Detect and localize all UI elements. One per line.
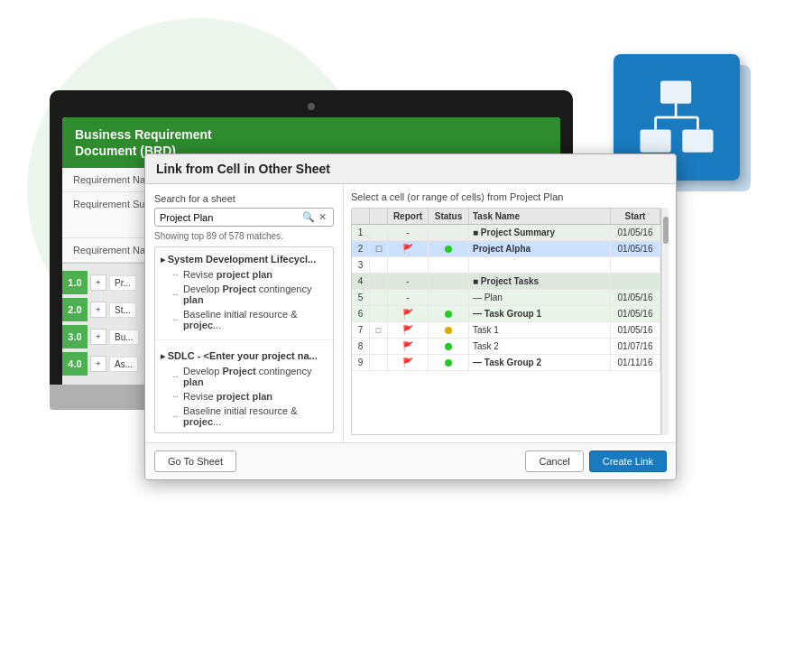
search-input[interactable] <box>160 212 300 223</box>
cancel-button[interactable]: Cancel <box>525 450 583 472</box>
svg-rect-0 <box>660 81 691 104</box>
flow-icon <box>636 77 717 158</box>
svg-rect-1 <box>641 130 671 153</box>
sheet-item-1-2[interactable]: ↔ Develop Project contingency plan <box>161 282 328 307</box>
sidebar-num-3: 3.0 <box>62 325 88 348</box>
sidebar-row-1[interactable]: 1.0 + Pr... <box>62 271 139 294</box>
col-status: Status <box>429 209 469 224</box>
sidebar-expand-3[interactable]: + <box>90 329 106 345</box>
mini-spreadsheet[interactable]: Report Status Task Name Start 1 - ■ Proj… <box>351 208 661 435</box>
sidebar-num-4: 4.0 <box>62 352 88 376</box>
link-dialog: Link from Cell in Other Sheet Search for… <box>144 153 677 480</box>
search-box[interactable]: 🔍 ✕ <box>154 208 334 227</box>
sheet-header: Report Status Task Name Start <box>352 209 660 225</box>
col-start: Start <box>611 209 660 224</box>
sheet-item-1-3[interactable]: ↔ Baseline initial resource & projec... <box>161 307 328 332</box>
sheet-row-8[interactable]: 8 🚩 Task 2 01/07/16 <box>352 339 660 355</box>
sidebar-row-4[interactable]: 4.0 + As... <box>62 352 139 376</box>
sidebar-label-2: St... <box>109 302 136 318</box>
sheet-item-2-3[interactable]: ↔ Baseline initial resource & projec... <box>161 404 328 429</box>
footer-actions: Cancel Create Link <box>525 450 667 472</box>
sheet-item-2-2[interactable]: ↔ Revise project plan <box>161 389 328 404</box>
sidebar-expand-1[interactable]: + <box>90 274 106 291</box>
match-count: Showing top 89 of 578 matches. <box>154 231 334 241</box>
monitor-dot <box>308 103 315 110</box>
svg-rect-2 <box>682 130 713 153</box>
dialog-left-panel: Search for a sheet 🔍 ✕ Showing top 89 of… <box>145 184 344 442</box>
sheet-item-2-1[interactable]: ↔ Develop Project contingency plan <box>161 364 328 389</box>
dialog-title: Link from Cell in Other Sheet <box>145 154 676 184</box>
sidebar-num-2: 2.0 <box>62 298 88 321</box>
sheet-row-4[interactable]: 4 - ■ Project Tasks <box>352 274 660 290</box>
col-check <box>370 209 388 224</box>
sidebar-label-4: As... <box>109 357 138 372</box>
scrollbar-thumb <box>663 217 669 244</box>
col-rownum <box>352 209 370 224</box>
sheet-row-2[interactable]: 2 ☐ 🚩 Project Alpha 01/05/16 <box>352 241 660 257</box>
dialog-body: Search for a sheet 🔍 ✕ Showing top 89 of… <box>145 184 676 442</box>
sidebar-label-1: Pr... <box>109 275 136 291</box>
sidebar-num-1: 1.0 <box>62 271 88 294</box>
col-taskname: Task Name <box>469 209 611 224</box>
sheet-row-5[interactable]: 5 - — Plan 01/05/16 <box>352 290 660 306</box>
sheet-group-2: SDLC - <Enter your project na... ↔ Devel… <box>155 344 333 432</box>
search-label: Search for a sheet <box>154 193 334 204</box>
go-to-sheet-button[interactable]: Go To Sheet <box>154 450 236 472</box>
sheet-group-title-1[interactable]: System Development Lifecycl... <box>161 251 328 267</box>
dialog-right-panel: Select a cell (or range of cells) from P… <box>344 184 676 442</box>
sidebar-label-3: Bu... <box>109 330 139 345</box>
col-report: Report <box>388 209 429 224</box>
right-panel-title: Select a cell (or range of cells) from P… <box>351 191 669 202</box>
clear-search-button[interactable]: ✕ <box>317 211 328 223</box>
sheet-list[interactable]: System Development Lifecycl... ↔ Revise … <box>154 246 334 433</box>
sidebar-expand-2[interactable]: + <box>90 302 106 318</box>
create-link-button[interactable]: Create Link <box>589 450 667 472</box>
sheet-item-1-1[interactable]: ↔ Revise project plan <box>161 267 328 282</box>
sidebar-row-3[interactable]: 3.0 + Bu... <box>62 325 139 348</box>
sidebar-row-2[interactable]: 2.0 + St... <box>62 298 139 321</box>
sheet-divider <box>155 339 333 340</box>
search-button[interactable]: 🔍 <box>300 211 317 223</box>
dialog-footer: Go To Sheet Cancel Create Link <box>145 442 676 479</box>
sheet-group-1: System Development Lifecycl... ↔ Revise … <box>155 247 333 336</box>
sheet-row-9[interactable]: 9 🚩 — Task Group 2 01/11/16 <box>352 355 660 371</box>
sidebar-expand-4[interactable]: + <box>90 356 106 372</box>
sheet-row-6[interactable]: 6 🚩 — Task Group 1 01/05/16 <box>352 306 660 322</box>
sheet-row-3[interactable]: 3 <box>352 257 660 274</box>
sheet-row-7[interactable]: 7 □ 🚩 Task 1 01/05/16 <box>352 322 660 339</box>
scrollbar[interactable] <box>661 208 669 435</box>
sheet-row-1[interactable]: 1 - ■ Project Summary 01/05/16 <box>352 225 660 241</box>
sheet-group-title-2[interactable]: SDLC - <Enter your project na... <box>161 348 328 364</box>
